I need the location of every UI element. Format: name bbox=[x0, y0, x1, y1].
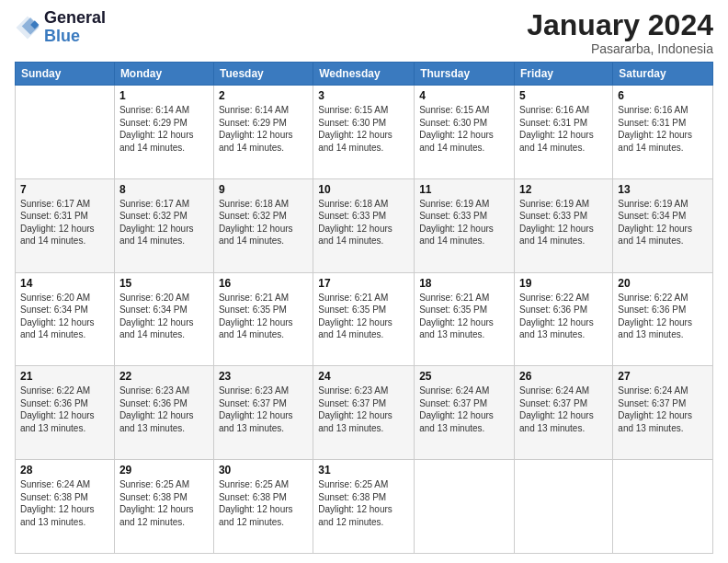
calendar-cell bbox=[515, 460, 613, 554]
calendar-cell bbox=[613, 460, 713, 554]
calendar-cell: 26Sunrise: 6:24 AM Sunset: 6:37 PM Dayli… bbox=[515, 366, 613, 460]
day-info: Sunrise: 6:24 AM Sunset: 6:37 PM Dayligh… bbox=[519, 385, 608, 434]
calendar-cell: 16Sunrise: 6:21 AM Sunset: 6:35 PM Dayli… bbox=[213, 272, 313, 366]
day-info: Sunrise: 6:23 AM Sunset: 6:37 PM Dayligh… bbox=[318, 385, 409, 434]
day-info: Sunrise: 6:17 AM Sunset: 6:31 PM Dayligh… bbox=[20, 198, 109, 247]
day-info: Sunrise: 6:16 AM Sunset: 6:31 PM Dayligh… bbox=[519, 104, 608, 154]
day-info: Sunrise: 6:22 AM Sunset: 6:36 PM Dayligh… bbox=[20, 385, 109, 434]
calendar-cell: 28Sunrise: 6:24 AM Sunset: 6:38 PM Dayli… bbox=[16, 460, 115, 554]
day-header-tuesday: Tuesday bbox=[213, 63, 313, 86]
week-row-1: 7Sunrise: 6:17 AM Sunset: 6:31 PM Daylig… bbox=[16, 178, 713, 272]
calendar-cell: 5Sunrise: 6:16 AM Sunset: 6:31 PM Daylig… bbox=[515, 86, 613, 179]
day-info: Sunrise: 6:24 AM Sunset: 6:37 PM Dayligh… bbox=[618, 385, 708, 434]
calendar-table: SundayMondayTuesdayWednesdayThursdayFrid… bbox=[15, 62, 713, 554]
day-info: Sunrise: 6:23 AM Sunset: 6:37 PM Dayligh… bbox=[219, 385, 308, 434]
calendar-cell: 12Sunrise: 6:19 AM Sunset: 6:33 PM Dayli… bbox=[515, 178, 613, 272]
calendar-cell: 20Sunrise: 6:22 AM Sunset: 6:36 PM Dayli… bbox=[613, 272, 713, 366]
day-number: 3 bbox=[318, 89, 409, 102]
day-info: Sunrise: 6:24 AM Sunset: 6:38 PM Dayligh… bbox=[20, 478, 109, 528]
day-number: 15 bbox=[119, 277, 209, 290]
day-number: 4 bbox=[419, 89, 509, 102]
day-info: Sunrise: 6:18 AM Sunset: 6:33 PM Dayligh… bbox=[318, 198, 409, 247]
calendar-cell: 18Sunrise: 6:21 AM Sunset: 6:35 PM Dayli… bbox=[415, 272, 515, 366]
day-number: 11 bbox=[419, 183, 509, 196]
day-info: Sunrise: 6:15 AM Sunset: 6:30 PM Dayligh… bbox=[318, 104, 409, 154]
calendar-cell: 17Sunrise: 6:21 AM Sunset: 6:35 PM Dayli… bbox=[313, 272, 415, 366]
calendar-cell: 22Sunrise: 6:23 AM Sunset: 6:36 PM Dayli… bbox=[114, 366, 213, 460]
calendar-cell: 24Sunrise: 6:23 AM Sunset: 6:37 PM Dayli… bbox=[313, 366, 415, 460]
day-info: Sunrise: 6:20 AM Sunset: 6:34 PM Dayligh… bbox=[20, 292, 109, 341]
week-row-4: 28Sunrise: 6:24 AM Sunset: 6:38 PM Dayli… bbox=[16, 460, 713, 554]
calendar-cell bbox=[16, 86, 115, 179]
month-title: January 2024 bbox=[527, 9, 713, 41]
day-info: Sunrise: 6:22 AM Sunset: 6:36 PM Dayligh… bbox=[519, 292, 608, 341]
day-number: 2 bbox=[219, 89, 308, 102]
calendar-cell: 27Sunrise: 6:24 AM Sunset: 6:37 PM Dayli… bbox=[613, 366, 713, 460]
calendar-cell: 1Sunrise: 6:14 AM Sunset: 6:29 PM Daylig… bbox=[114, 86, 213, 179]
day-info: Sunrise: 6:20 AM Sunset: 6:34 PM Dayligh… bbox=[119, 292, 209, 341]
day-info: Sunrise: 6:19 AM Sunset: 6:33 PM Dayligh… bbox=[519, 198, 608, 247]
calendar-cell: 15Sunrise: 6:20 AM Sunset: 6:34 PM Dayli… bbox=[114, 272, 213, 366]
day-info: Sunrise: 6:22 AM Sunset: 6:36 PM Dayligh… bbox=[618, 292, 708, 341]
day-number: 29 bbox=[119, 464, 209, 477]
day-info: Sunrise: 6:21 AM Sunset: 6:35 PM Dayligh… bbox=[318, 292, 409, 341]
day-header-wednesday: Wednesday bbox=[313, 63, 415, 86]
day-info: Sunrise: 6:19 AM Sunset: 6:34 PM Dayligh… bbox=[618, 198, 708, 247]
day-number: 21 bbox=[20, 370, 109, 383]
calendar-cell: 29Sunrise: 6:25 AM Sunset: 6:38 PM Dayli… bbox=[114, 460, 213, 554]
week-row-3: 21Sunrise: 6:22 AM Sunset: 6:36 PM Dayli… bbox=[16, 366, 713, 460]
calendar-cell: 23Sunrise: 6:23 AM Sunset: 6:37 PM Dayli… bbox=[213, 366, 313, 460]
day-info: Sunrise: 6:18 AM Sunset: 6:32 PM Dayligh… bbox=[219, 198, 308, 247]
day-info: Sunrise: 6:21 AM Sunset: 6:35 PM Dayligh… bbox=[419, 292, 509, 341]
day-number: 20 bbox=[618, 277, 708, 290]
calendar-cell: 19Sunrise: 6:22 AM Sunset: 6:36 PM Dayli… bbox=[515, 272, 613, 366]
day-number: 28 bbox=[20, 464, 109, 477]
day-info: Sunrise: 6:25 AM Sunset: 6:38 PM Dayligh… bbox=[219, 478, 308, 528]
header: General Blue January 2024 Pasararba, Ind… bbox=[15, 9, 713, 56]
day-number: 13 bbox=[618, 183, 708, 196]
day-header-friday: Friday bbox=[515, 63, 613, 86]
calendar-cell: 21Sunrise: 6:22 AM Sunset: 6:36 PM Dayli… bbox=[16, 366, 115, 460]
day-number: 23 bbox=[219, 370, 308, 383]
calendar-cell: 30Sunrise: 6:25 AM Sunset: 6:38 PM Dayli… bbox=[213, 460, 313, 554]
calendar-cell: 9Sunrise: 6:18 AM Sunset: 6:32 PM Daylig… bbox=[213, 178, 313, 272]
calendar-cell: 6Sunrise: 6:16 AM Sunset: 6:31 PM Daylig… bbox=[613, 86, 713, 179]
title-block: January 2024 Pasararba, Indonesia bbox=[527, 9, 713, 56]
day-number: 9 bbox=[219, 183, 308, 196]
day-info: Sunrise: 6:25 AM Sunset: 6:38 PM Dayligh… bbox=[318, 478, 409, 528]
header-row: SundayMondayTuesdayWednesdayThursdayFrid… bbox=[16, 63, 713, 86]
calendar-cell: 31Sunrise: 6:25 AM Sunset: 6:38 PM Dayli… bbox=[313, 460, 415, 554]
day-info: Sunrise: 6:16 AM Sunset: 6:31 PM Dayligh… bbox=[618, 104, 708, 154]
day-number: 7 bbox=[20, 183, 109, 196]
day-number: 18 bbox=[419, 277, 509, 290]
day-number: 16 bbox=[219, 277, 308, 290]
day-number: 1 bbox=[119, 89, 209, 102]
calendar-cell bbox=[415, 460, 515, 554]
calendar-cell: 10Sunrise: 6:18 AM Sunset: 6:33 PM Dayli… bbox=[313, 178, 415, 272]
day-number: 27 bbox=[618, 370, 708, 383]
day-header-monday: Monday bbox=[114, 63, 213, 86]
day-number: 8 bbox=[119, 183, 209, 196]
day-info: Sunrise: 6:19 AM Sunset: 6:33 PM Dayligh… bbox=[419, 198, 509, 247]
day-header-thursday: Thursday bbox=[415, 63, 515, 86]
week-row-0: 1Sunrise: 6:14 AM Sunset: 6:29 PM Daylig… bbox=[16, 86, 713, 179]
week-row-2: 14Sunrise: 6:20 AM Sunset: 6:34 PM Dayli… bbox=[16, 272, 713, 366]
day-number: 25 bbox=[419, 370, 509, 383]
day-info: Sunrise: 6:17 AM Sunset: 6:32 PM Dayligh… bbox=[119, 198, 209, 247]
calendar-cell: 4Sunrise: 6:15 AM Sunset: 6:30 PM Daylig… bbox=[415, 86, 515, 179]
logo: General Blue bbox=[15, 9, 106, 46]
day-info: Sunrise: 6:23 AM Sunset: 6:36 PM Dayligh… bbox=[119, 385, 209, 434]
day-info: Sunrise: 6:25 AM Sunset: 6:38 PM Dayligh… bbox=[119, 478, 209, 528]
day-info: Sunrise: 6:14 AM Sunset: 6:29 PM Dayligh… bbox=[119, 104, 209, 154]
day-header-saturday: Saturday bbox=[613, 63, 713, 86]
day-number: 26 bbox=[519, 370, 608, 383]
day-number: 14 bbox=[20, 277, 109, 290]
day-info: Sunrise: 6:14 AM Sunset: 6:29 PM Dayligh… bbox=[219, 104, 308, 154]
day-number: 22 bbox=[119, 370, 209, 383]
day-number: 5 bbox=[519, 89, 608, 102]
day-header-sunday: Sunday bbox=[16, 63, 115, 86]
day-number: 6 bbox=[618, 89, 708, 102]
page: General Blue January 2024 Pasararba, Ind… bbox=[0, 0, 728, 563]
day-number: 10 bbox=[318, 183, 409, 196]
calendar-cell: 3Sunrise: 6:15 AM Sunset: 6:30 PM Daylig… bbox=[313, 86, 415, 179]
